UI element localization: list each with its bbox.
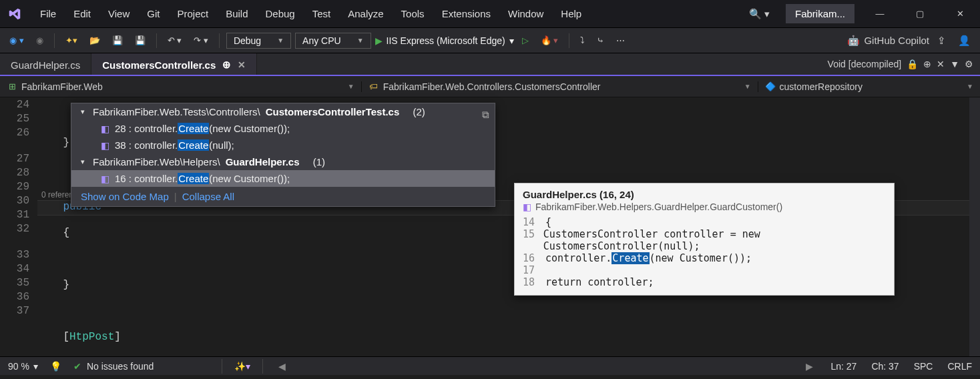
popup-external-icon[interactable]: ⧉ bbox=[482, 109, 489, 121]
copilot-icon: 🤖 bbox=[847, 35, 860, 47]
project-icon: ⊞ bbox=[7, 81, 17, 92]
method-icon: ◧ bbox=[523, 202, 531, 212]
main-toolbar: ◉ ▾ ◉ ✦▾ 📂 💾 💾 ↶ ▾ ↷ ▾ Debug▼ Any CPU▼ ▶… bbox=[0, 28, 980, 53]
search-icon[interactable]: 🔍 ▾ bbox=[744, 5, 775, 23]
zoom-level[interactable]: 90 % ▾ bbox=[8, 361, 38, 372]
show-on-code-map-link[interactable]: Show on Code Map bbox=[81, 191, 169, 202]
start-without-debugging-button[interactable]: ▷ bbox=[518, 33, 533, 47]
menu-git[interactable]: Git bbox=[139, 4, 168, 23]
popup-reference-2[interactable]: ◧ 38 : controller.Create(null); bbox=[71, 137, 495, 153]
tab-customerscontroller[interactable]: CustomersController.cs ⊕ ✕ bbox=[91, 53, 257, 75]
config-dropdown[interactable]: Debug▼ bbox=[226, 33, 291, 49]
vs-logo-icon bbox=[5, 5, 24, 23]
nav-project-label: FabrikamFiber.Web bbox=[21, 81, 103, 92]
indent-mode[interactable]: SPC bbox=[914, 361, 933, 372]
code-editor[interactable]: 24 25 26 27 28 29 30 31 32 33 34 35 36 3… bbox=[0, 97, 980, 356]
close-preview-icon[interactable]: ✕ bbox=[937, 59, 945, 69]
document-tabstrip: GuardHelper.cs CustomersController.cs ⊕ … bbox=[0, 53, 980, 76]
run-button[interactable]: ▶IIS Express (Microsoft Edge) ▾ bbox=[375, 35, 514, 46]
lock-icon: 🔒 bbox=[907, 59, 918, 69]
popup-file-header-1[interactable]: ▾ FabrikamFiber.Web.Tests\Controllers\Cu… bbox=[71, 103, 495, 120]
save-button[interactable]: 💾 bbox=[108, 33, 127, 47]
hot-reload-button[interactable]: 🔥 ▾ bbox=[537, 33, 563, 47]
menu-window[interactable]: Window bbox=[500, 4, 551, 23]
menu-tools[interactable]: Tools bbox=[393, 4, 433, 23]
menu-build[interactable]: Build bbox=[218, 4, 256, 23]
method-icon: ◧ bbox=[101, 123, 109, 134]
field-icon: 🔷 bbox=[765, 81, 776, 92]
menu-extensions[interactable]: Extensions bbox=[434, 4, 499, 23]
step-over-button[interactable]: ⤷ bbox=[593, 33, 608, 47]
line-number-gutter: 24 25 26 27 28 29 30 31 32 33 34 35 36 3… bbox=[0, 97, 37, 356]
vertical-scrollbar[interactable] bbox=[969, 97, 980, 356]
popup-file-header-2[interactable]: ▾ FabrikamFiber.Web\Helpers\GuardHelper.… bbox=[71, 153, 495, 170]
maximize-button[interactable]: ▢ bbox=[905, 4, 935, 24]
collapse-all-link[interactable]: Collapse All bbox=[182, 191, 234, 202]
preview-code: 14 { 15 CustomersController controller =… bbox=[523, 216, 886, 288]
method-icon: ◧ bbox=[101, 173, 109, 184]
menu-view[interactable]: View bbox=[100, 4, 138, 23]
cursor-col-indicator[interactable]: Ch: 37 bbox=[871, 361, 899, 372]
copilot-label[interactable]: GitHub Copilot bbox=[864, 35, 929, 46]
settings-icon[interactable]: ⚙ bbox=[965, 59, 973, 69]
nav-member-dropdown[interactable]: 🔷 customerRepository ▼ bbox=[758, 81, 980, 92]
menu-edit[interactable]: Edit bbox=[65, 4, 99, 23]
close-button[interactable]: ✕ bbox=[945, 4, 975, 24]
run-label: IIS Express (Microsoft Edge) bbox=[387, 35, 505, 46]
cursor-line-indicator[interactable]: Ln: 27 bbox=[830, 361, 856, 372]
nav-class-label: FabrikamFiber.Web.Controllers.CustomersC… bbox=[383, 81, 601, 92]
intellicode-icon[interactable]: ✨▾ bbox=[234, 361, 250, 372]
nav-member-label: customerRepository bbox=[780, 81, 863, 92]
menu-file[interactable]: File bbox=[32, 4, 64, 23]
menu-debug[interactable]: Debug bbox=[258, 4, 303, 23]
lightbulb-icon[interactable]: 💡 bbox=[50, 361, 61, 372]
reference-preview-tooltip: GuardHelper.cs (16, 24) ◧FabrikamFiber.W… bbox=[514, 183, 895, 296]
open-folder-button[interactable]: 📂 bbox=[85, 33, 104, 47]
menu-help[interactable]: Help bbox=[553, 4, 589, 23]
platform-dropdown[interactable]: Any CPU▼ bbox=[295, 33, 371, 49]
popup-reference-3[interactable]: ◧ 16 : controller.Create(new Customer())… bbox=[71, 170, 495, 187]
platform-label: Any CPU bbox=[302, 35, 341, 46]
minimize-button[interactable]: — bbox=[865, 4, 895, 24]
preview-path: FabrikamFiber.Web.Helpers.GuardHelper.Gu… bbox=[535, 202, 782, 212]
menu-test[interactable]: Test bbox=[304, 4, 339, 23]
navigation-bar: ⊞ FabrikamFiber.Web ▼ 🏷 FabrikamFiber.We… bbox=[0, 76, 980, 97]
save-all-button[interactable]: 💾 bbox=[131, 33, 150, 47]
codelens-references-popup: ⧉ ▾ FabrikamFiber.Web.Tests\Controllers\… bbox=[71, 103, 495, 207]
step-into-button[interactable]: ⤵ bbox=[576, 33, 589, 47]
method-icon: ◧ bbox=[101, 140, 109, 151]
popup-reference-1[interactable]: ◧ 28 : controller.Create(new Customer())… bbox=[71, 120, 495, 137]
redo-button[interactable]: ↷ ▾ bbox=[190, 33, 212, 47]
nav-class-dropdown[interactable]: 🏷 FabrikamFiber.Web.Controllers.Customer… bbox=[362, 81, 758, 92]
preview-title: GuardHelper.cs (16, 24) bbox=[523, 189, 886, 200]
nav-project-dropdown[interactable]: ⊞ FabrikamFiber.Web ▼ bbox=[0, 81, 362, 92]
menu-analyze[interactable]: Analyze bbox=[340, 4, 391, 23]
tab-label: CustomersController.cs bbox=[102, 59, 216, 71]
step-out-button[interactable]: ⋯ bbox=[612, 33, 629, 47]
decompiled-label: Void [decompiled] bbox=[828, 59, 902, 69]
nav-forward-button[interactable]: ◉ bbox=[32, 33, 47, 47]
nav-back-button[interactable]: ◉ ▾ bbox=[5, 33, 28, 47]
close-icon[interactable]: ✕ bbox=[238, 59, 246, 70]
new-item-button[interactable]: ✦▾ bbox=[61, 33, 81, 47]
config-label: Debug bbox=[234, 35, 261, 46]
pin-tab-icon[interactable]: ⊕ bbox=[923, 59, 931, 69]
status-bar: 90 % ▾ 💡 ✔No issues found ✨▾ ◀ ▶ Ln: 27 … bbox=[0, 356, 980, 375]
titlebar: File Edit View Git Project Build Debug T… bbox=[0, 0, 980, 28]
pin-icon[interactable]: ⊕ bbox=[222, 59, 231, 71]
line-ending-mode[interactable]: CRLF bbox=[947, 361, 972, 372]
share-button[interactable]: ⇪ bbox=[933, 33, 950, 49]
undo-button[interactable]: ↶ ▾ bbox=[164, 33, 186, 47]
horizontal-scroll-left-icon[interactable]: ◀ bbox=[275, 361, 288, 372]
tab-guardhelper[interactable]: GuardHelper.cs bbox=[0, 53, 91, 75]
error-list-status[interactable]: ✔No issues found bbox=[73, 361, 154, 372]
account-button[interactable]: 👤 bbox=[954, 33, 975, 49]
tab-label: GuardHelper.cs bbox=[11, 59, 80, 71]
menu-project[interactable]: Project bbox=[169, 4, 216, 23]
class-icon: 🏷 bbox=[369, 81, 379, 92]
tab-overflow-icon[interactable]: ▼ bbox=[950, 59, 959, 69]
main-menu: File Edit View Git Project Build Debug T… bbox=[32, 4, 589, 23]
horizontal-scroll-right-icon[interactable]: ▶ bbox=[802, 361, 816, 372]
solution-name[interactable]: Fabrikam... bbox=[786, 4, 854, 23]
